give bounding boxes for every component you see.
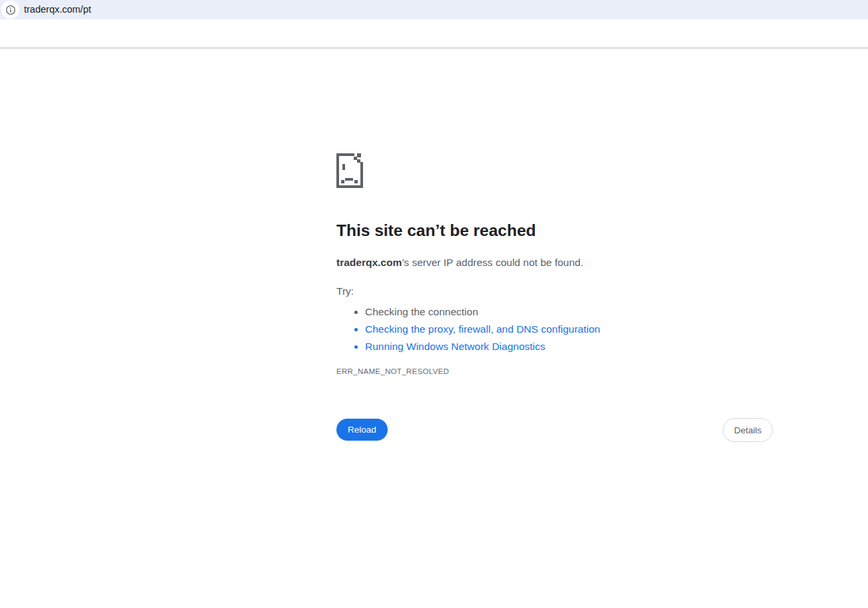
suggestion-link-proxy-firewall-dns[interactable]: Checking the proxy, firewall, and DNS co… [365,321,600,338]
suggestion-item-connection: Checking the connection [365,303,600,321]
site-info-button[interactable] [1,1,19,19]
info-icon [5,5,16,15]
sad-file-icon [336,153,363,188]
suggestions-block: Try: Checking the connection Checking th… [336,285,600,355]
try-label: Try: [336,285,600,298]
suggestion-list: Checking the connection Checking the pro… [336,303,600,355]
error-title: This site can’t be reached [336,221,536,241]
details-button[interactable]: Details [723,418,773,442]
error-code: ERR_NAME_NOT_RESOLVED [336,367,449,377]
url-text[interactable]: traderqx.com/pt [24,0,91,19]
toolbar-divider [0,47,868,49]
host-name: traderqx.com [336,257,402,268]
reload-button[interactable]: Reload [336,419,388,441]
subtitle-text: ’s server IP address could not be found. [402,257,584,268]
omnibox: traderqx.com/pt [0,0,868,19]
error-subtitle: traderqx.com’s server IP address could n… [336,256,584,269]
suggestion-link-network-diagnostics[interactable]: Running Windows Network Diagnostics [365,338,600,355]
